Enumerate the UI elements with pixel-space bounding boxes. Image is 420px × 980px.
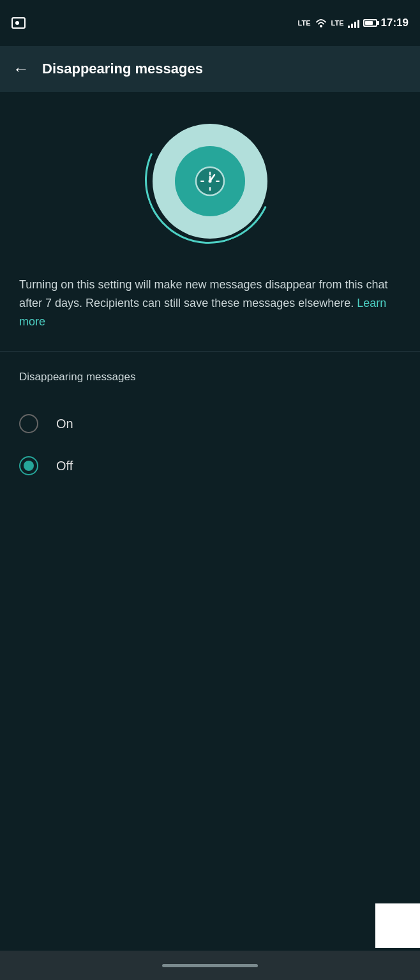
bottom-nav-bar <box>0 951 420 980</box>
settings-section: Disappearing messages On Off <box>0 352 420 500</box>
svg-point-0 <box>320 25 322 27</box>
description-text: Turning on this setting will make new me… <box>19 276 401 330</box>
settings-section-title: Disappearing messages <box>19 371 401 383</box>
hero-section <box>0 92 420 258</box>
battery-icon <box>363 19 377 27</box>
signal-icon <box>348 18 359 28</box>
hero-icon-container <box>153 124 267 239</box>
radio-option-off[interactable]: Off <box>19 445 401 487</box>
bottom-right-box <box>375 903 420 948</box>
status-bar-left <box>11 17 26 29</box>
radio-inner-off <box>24 461 34 471</box>
status-time: 17:19 <box>381 17 409 29</box>
notification-icon <box>11 17 26 29</box>
wifi-icon <box>315 18 327 28</box>
description-section: Turning on this setting will make new me… <box>0 258 420 351</box>
lte2-label: LTE <box>331 19 344 27</box>
svg-point-9 <box>209 180 212 183</box>
back-button[interactable]: ← <box>13 61 29 77</box>
radio-option-on[interactable]: On <box>19 403 401 445</box>
page-title: Disappearing messages <box>42 61 203 77</box>
timer-icon <box>192 163 228 199</box>
radio-button-on[interactable] <box>19 414 38 433</box>
status-bar: LTE LTE 17:19 <box>0 0 420 46</box>
radio-label-on: On <box>56 417 73 431</box>
radio-label-off: Off <box>56 459 73 473</box>
app-bar: ← Disappearing messages <box>0 46 420 92</box>
home-indicator <box>162 964 258 967</box>
status-bar-right: LTE LTE 17:19 <box>298 17 409 29</box>
radio-button-off[interactable] <box>19 456 38 475</box>
lte1-label: LTE <box>298 19 311 27</box>
